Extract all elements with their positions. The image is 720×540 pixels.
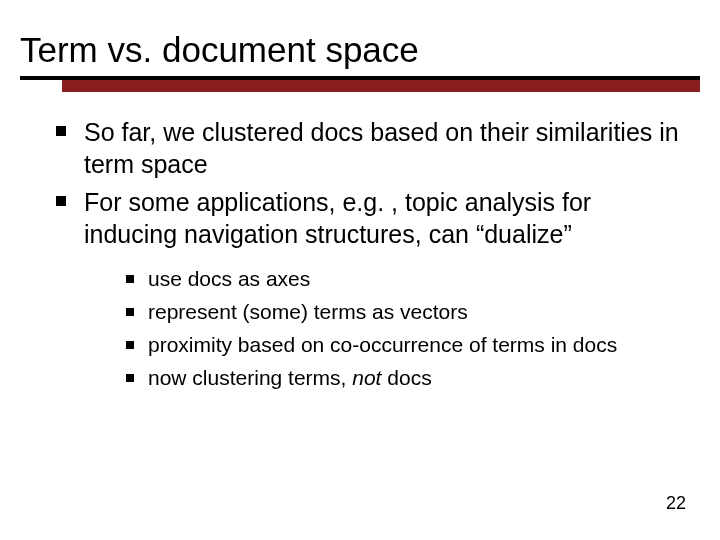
sub-bullet-group: use docs as axes represent (some) terms … <box>56 256 680 392</box>
slide-title: Term vs. document space <box>20 30 700 76</box>
title-underline <box>20 76 700 92</box>
square-bullet-icon <box>56 196 66 206</box>
square-bullet-icon <box>126 341 134 349</box>
bullet-level2: proximity based on co-occurrence of term… <box>126 332 680 359</box>
bullet-level1: For some applications, e.g. , topic anal… <box>56 186 680 250</box>
bullet-text: now clustering terms, not docs <box>148 365 432 392</box>
square-bullet-icon <box>126 275 134 283</box>
text-run: docs <box>381 366 431 389</box>
slide-body: So far, we clustered docs based on their… <box>0 92 720 392</box>
slide: Term vs. document space So far, we clust… <box>0 0 720 540</box>
page-number: 22 <box>666 493 686 514</box>
title-area: Term vs. document space <box>0 0 720 76</box>
bullet-level2: now clustering terms, not docs <box>126 365 680 392</box>
bullet-level2: represent (some) terms as vectors <box>126 299 680 326</box>
bullet-text: proximity based on co-occurrence of term… <box>148 332 617 359</box>
bullet-level1: So far, we clustered docs based on their… <box>56 116 680 180</box>
bullet-text: So far, we clustered docs based on their… <box>84 116 680 180</box>
bullet-text: represent (some) terms as vectors <box>148 299 468 326</box>
bullet-text: use docs as axes <box>148 266 310 293</box>
text-run: now clustering terms, <box>148 366 352 389</box>
square-bullet-icon <box>56 126 66 136</box>
square-bullet-icon <box>126 374 134 382</box>
text-italic: not <box>352 366 381 389</box>
bullet-text: For some applications, e.g. , topic anal… <box>84 186 680 250</box>
rule-red <box>62 80 700 92</box>
bullet-level2: use docs as axes <box>126 266 680 293</box>
square-bullet-icon <box>126 308 134 316</box>
